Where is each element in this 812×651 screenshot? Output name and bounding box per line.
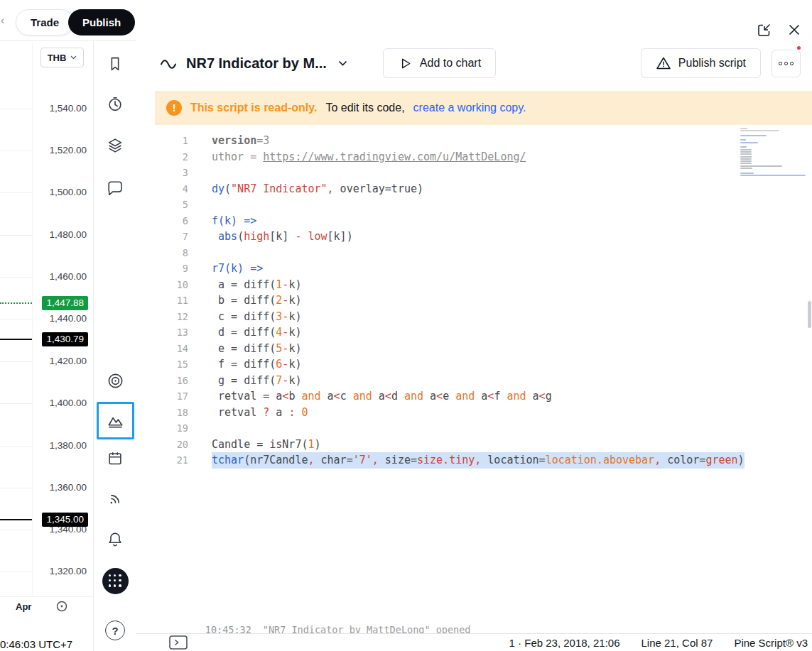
code-token: ) (315, 438, 321, 451)
code-line[interactable]: 13 d = diff(4-k) (136, 324, 803, 341)
minimap-line (740, 153, 752, 155)
code-line[interactable]: 12 c = diff(3-k) (136, 309, 803, 325)
code-token: b (288, 390, 301, 403)
code-line[interactable]: 2uthor = https://www.tradingview.com/u/M… (136, 149, 803, 165)
line-number: 18 (136, 405, 188, 421)
minimap-line (740, 139, 746, 141)
line-number: 4 (136, 181, 188, 197)
code-token: a = diff( (212, 278, 276, 291)
code-token: =3 (256, 134, 269, 147)
publish-script-label: Publish script (678, 57, 746, 70)
code-line[interactable]: 14 e = diff(5-k) (136, 341, 803, 357)
price-label: 1,400.00 (49, 396, 87, 410)
minimap-line (740, 163, 752, 164)
minimap-line (740, 165, 782, 167)
code-line[interactable]: 11 b = diff(2-k) (136, 292, 803, 309)
revision-date[interactable]: 1 · Feb 23, 2018, 21:06 (509, 637, 620, 649)
code-token: ( (224, 182, 231, 195)
add-to-chart-label: Add to chart (420, 57, 481, 70)
create-working-copy-link[interactable]: create a working copy. (413, 102, 526, 114)
price-label: 1,460.00 (49, 270, 87, 284)
price-label: 1,360.00 (49, 481, 87, 495)
code-token: k) (288, 358, 301, 371)
cursor-position: Line 21, Col 87 (642, 637, 713, 649)
code-line[interactable]: 9r7(k) => (136, 261, 803, 277)
code-token: '7' (353, 454, 372, 466)
code-token: size.tiny (417, 454, 475, 466)
price-scale[interactable]: THB Apr 0:46:03 UTC+7 1,540.001,520.001,… (0, 0, 93, 651)
line-number: 21 (136, 452, 188, 469)
code-token: 4 (276, 326, 282, 339)
code-token: r7(k) => (212, 262, 263, 275)
code-line[interactable]: 7 abs(high[k] - low[k]) (136, 229, 803, 245)
more-options-button[interactable] (772, 50, 801, 77)
code-text: b = diff(2-k) (212, 292, 301, 309)
code-line[interactable]: 18 retval ? a : 0 (136, 405, 803, 421)
help-icon[interactable]: ? (101, 616, 129, 645)
currency-select[interactable]: THB (40, 48, 84, 67)
calendar-icon[interactable] (101, 444, 129, 473)
code-line[interactable]: 16 g = diff(7-k) (136, 373, 803, 389)
code-line[interactable]: 4dy("NR7 Indicator", overlay=true) (136, 181, 803, 197)
minimap-line (740, 142, 758, 143)
go-to-date-icon[interactable] (55, 600, 68, 616)
code-editor[interactable]: 1version=32uthor = https://www.tradingvi… (136, 133, 803, 469)
code-line[interactable]: 1version=3 (136, 133, 803, 149)
code-token: 3 (276, 310, 282, 323)
code-line[interactable]: 5 (136, 197, 803, 213)
console-toggle-button[interactable] (169, 635, 188, 650)
ideas-icon[interactable] (97, 402, 134, 439)
code-token: 0 (301, 406, 308, 419)
code-token: and (455, 390, 475, 403)
publish-script-button[interactable]: Publish script (641, 48, 761, 78)
close-panel-icon[interactable] (786, 22, 802, 38)
chat-icon[interactable] (101, 174, 129, 202)
minimap-line (740, 175, 806, 176)
code-line[interactable]: 10 a = diff(1-k) (136, 277, 803, 293)
watchlist-icon[interactable] (101, 50, 129, 78)
target-icon[interactable] (101, 366, 129, 395)
maximize-panel-icon[interactable] (755, 21, 772, 38)
price-label: 1,420.00 (49, 354, 87, 368)
warning-circle-icon: ! (166, 100, 182, 116)
code-line[interactable]: 15 f = diff(6-k) (136, 356, 803, 373)
line-number: 12 (136, 309, 188, 325)
code-token: uthor = (212, 151, 263, 163)
code-token: b = diff( (212, 294, 276, 307)
script-title-dropdown-icon[interactable] (338, 60, 347, 67)
code-token: retval (212, 406, 263, 419)
code-token: g (546, 390, 552, 403)
minimap[interactable] (740, 128, 808, 177)
alerts-clock-icon[interactable] (101, 90, 129, 119)
code-line[interactable]: 3 (136, 165, 803, 181)
code-token: 1 (276, 278, 282, 291)
streams-icon[interactable] (101, 485, 129, 513)
code-text: e = diff(5-k) (212, 341, 301, 357)
minimap-line (740, 149, 752, 151)
code-token: f (494, 390, 507, 403)
add-to-chart-button[interactable]: Add to chart (383, 48, 496, 78)
notifications-bell-icon[interactable] (101, 525, 129, 554)
code-line[interactable]: 20Candle = isNr7(1) (136, 437, 803, 453)
code-token: , (327, 182, 334, 195)
code-line[interactable]: 21tchar(nr7Candle, char='7', size=size.t… (136, 452, 803, 469)
code-token: a (526, 390, 539, 403)
code-line[interactable]: 8 (136, 245, 803, 261)
layers-icon[interactable] (101, 131, 129, 160)
code-token: version (212, 134, 256, 147)
clock-label[interactable]: 0:46:03 UTC+7 (0, 638, 72, 650)
code-line[interactable]: 6f(k) => (136, 213, 803, 229)
code-token: a (423, 390, 436, 403)
code-token: (nr7Candle (244, 454, 308, 466)
editor-header: NR7 Indicator by M... Add to chart Publi… (136, 47, 812, 80)
code-text: c = diff(3-k) (212, 309, 301, 325)
code-line[interactable]: 17 retval = a<b and a<c and a<d and a<e … (136, 388, 803, 405)
code-text: Candle = isNr7(1) (212, 437, 321, 453)
code-token: e (443, 390, 455, 403)
scrollbar-thumb[interactable] (808, 301, 811, 328)
code-line[interactable]: 19 (136, 420, 803, 437)
line-number: 8 (136, 245, 188, 261)
code-token: ? (263, 406, 269, 419)
line-number: 14 (136, 341, 188, 357)
apps-grid-icon[interactable] (101, 567, 129, 595)
